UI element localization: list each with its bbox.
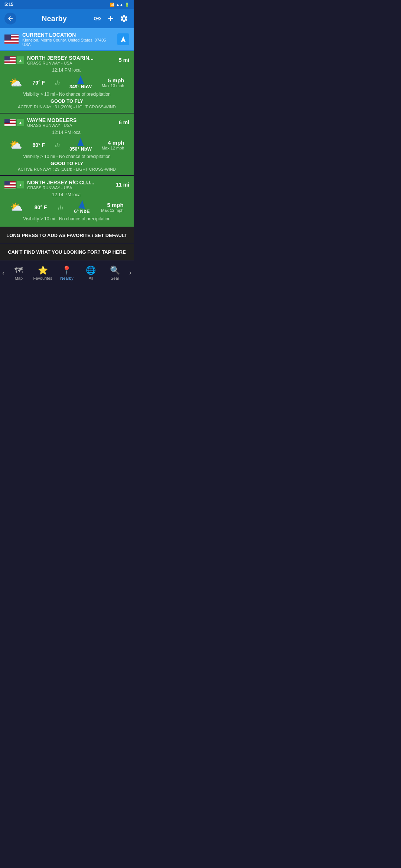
- site-2-distance: 6 mi: [119, 119, 129, 125]
- site-2-wind-speed: 4 mph: [102, 139, 124, 146]
- nav-map-label: Map: [15, 276, 23, 280]
- site-2-wind-max: Max 12 mph: [102, 146, 124, 150]
- site-2-runway: ACTIVE RUNWAY : 29 (101ft) - LIGHT CROSS…: [4, 167, 129, 171]
- site-card-2[interactable]: ▲ WAYNE MODELERS GRASS RUNWAY - USA 6 mi…: [0, 114, 134, 176]
- site-2-flag-us: [4, 119, 16, 126]
- site-1-info: NORTH JERSEY SOARIN... GRASS RUNWAY - US…: [27, 55, 116, 65]
- site-3-distance: 11 mi: [116, 182, 129, 188]
- site-3-turbulence: [58, 205, 63, 210]
- site-1-name: NORTH JERSEY SOARIN...: [27, 55, 116, 61]
- nav-search-label: Sear: [111, 276, 119, 280]
- site-card-1[interactable]: ▲ NORTH JERSEY SOARIN... GRASS RUNWAY - …: [0, 51, 134, 114]
- site-1-weather-icon: ⛅: [9, 76, 22, 89]
- site-3-weather: ⛅ 80° F 6° NbE 5 mph Max 12 mph: [4, 200, 129, 214]
- favourites-icon: ⭐: [38, 266, 48, 275]
- site-3-runway-icon: ▲: [17, 181, 24, 188]
- nav-prev-arrow[interactable]: ‹: [0, 260, 7, 285]
- nav-all-label: All: [89, 276, 93, 280]
- site-1-time: 12:14 PM local: [4, 68, 129, 73]
- nav-all[interactable]: 🌐 All: [79, 260, 103, 285]
- site-3-wind-direction: 6° NbE: [74, 200, 90, 214]
- all-icon: 🌐: [86, 266, 96, 275]
- site-1-subtitle: GRASS RUNWAY - USA: [27, 61, 116, 65]
- favorite-button[interactable]: LONG PRESS TO ADD AS FAVORITE / SET DEFA…: [0, 227, 134, 243]
- location-title: CURRENT LOCATION: [22, 32, 114, 38]
- action-buttons: LONG PRESS TO ADD AS FAVORITE / SET DEFA…: [0, 227, 134, 260]
- site-2-turbulence: [55, 143, 59, 147]
- battery-icon: 🔋: [125, 3, 129, 7]
- header-actions: [92, 13, 129, 24]
- site-1-runway-icon: ▲: [17, 56, 24, 64]
- page-title: Nearby: [19, 14, 89, 23]
- site-1-temp: 79° F: [32, 80, 45, 86]
- site-1-wind-deg: 349° NbW: [69, 84, 92, 89]
- site-3-wind-speed: 5 mph: [101, 202, 124, 208]
- nav-next-arrow[interactable]: ›: [127, 260, 134, 285]
- location-info: CURRENT LOCATION Kinnelon, Morris County…: [22, 32, 114, 47]
- site-2-visibility: Visibility > 10 mi - No chance of precip…: [4, 154, 129, 159]
- site-3-name: NORTH JERSEY R/C CLU...: [27, 180, 113, 185]
- link-button[interactable]: [92, 13, 102, 24]
- site-1-flag-us: [4, 56, 16, 64]
- site-1-runway: ACTIVE RUNWAY : 31 (200ft) - LIGHT CROSS…: [4, 105, 129, 109]
- site-3-info: NORTH JERSEY R/C CLU... GRASS RUNWAY - U…: [27, 180, 113, 190]
- site-1-header: ▲ NORTH JERSEY SOARIN... GRASS RUNWAY - …: [4, 55, 129, 65]
- signal-icon: ▲▲: [116, 3, 123, 7]
- site-1-status: GOOD TO FLY: [4, 98, 129, 104]
- site-2-header: ▲ WAYNE MODELERS GRASS RUNWAY - USA 6 mi: [4, 117, 129, 128]
- nearby-icon: 📍: [62, 266, 72, 275]
- site-1-weather: ⛅ 79° F 349° NbW 5 mph Max 13 mph: [4, 76, 129, 89]
- back-button[interactable]: [4, 13, 16, 24]
- site-3-wind-deg: 6° NbE: [74, 208, 90, 214]
- site-2-wind-deg: 350° NbW: [69, 146, 92, 152]
- site-2-status: GOOD TO FLY: [4, 161, 129, 166]
- add-button[interactable]: [105, 13, 116, 24]
- site-3-flag-us: [4, 181, 16, 188]
- site-3-flags: ▲: [4, 181, 24, 188]
- site-3-time: 12:14 PM local: [4, 192, 129, 197]
- status-bar: 5:15 📶 ▲▲ 🔋: [0, 0, 134, 9]
- site-1-wind-speed-col: 5 mph Max 13 mph: [102, 77, 124, 88]
- site-2-name: WAYNE MODELERS: [27, 117, 116, 123]
- nav-search[interactable]: 🔍 Sear: [103, 260, 127, 285]
- site-2-wind-direction: 350° NbW: [69, 138, 92, 152]
- nav-map[interactable]: 🗺 Map: [7, 260, 31, 285]
- site-1-wind-direction: 349° NbW: [69, 76, 92, 89]
- site-2-weather-icon: ⛅: [9, 139, 22, 151]
- site-2-info: WAYNE MODELERS GRASS RUNWAY - USA: [27, 117, 116, 128]
- current-location[interactable]: CURRENT LOCATION Kinnelon, Morris County…: [0, 28, 134, 51]
- site-2-weather: ⛅ 80° F 350° NbW 4 mph Max 12 mph: [4, 138, 129, 152]
- usa-flag: [4, 34, 19, 44]
- site-2-temp: 80° F: [32, 142, 45, 148]
- site-card-3[interactable]: ▲ NORTH JERSEY R/C CLU... GRASS RUNWAY -…: [0, 176, 134, 227]
- location-country: USA: [22, 42, 114, 47]
- nav-favourites-label: Favourites: [33, 276, 52, 280]
- header: Nearby: [0, 9, 134, 28]
- status-time: 5:15: [4, 2, 13, 7]
- map-icon: 🗺: [14, 266, 23, 275]
- nav-nearby[interactable]: 📍 Nearby: [55, 260, 79, 285]
- site-3-visibility: Visibility > 10 mi - No chance of precip…: [4, 216, 129, 221]
- site-3-wind-speed-col: 5 mph Max 12 mph: [101, 202, 124, 213]
- site-1-wind-max: Max 13 mph: [102, 83, 124, 88]
- nav-favourites[interactable]: ⭐ Favourites: [31, 260, 55, 285]
- navigate-icon: [117, 33, 129, 45]
- site-1-visibility: Visibility > 10 mi - No chance of precip…: [4, 92, 129, 97]
- cant-find-button[interactable]: CAN'T FIND WHAT YOU LOOKING FOR? TAP HER…: [0, 244, 134, 260]
- site-2-runway-icon: ▲: [17, 119, 24, 126]
- site-1-turbulence: [55, 80, 59, 85]
- site-1-wind-speed: 5 mph: [102, 77, 124, 83]
- site-2-subtitle: GRASS RUNWAY - USA: [27, 123, 116, 128]
- site-3-subtitle: GRASS RUNWAY - USA: [27, 185, 113, 190]
- status-icons: 📶 ▲▲ 🔋: [110, 3, 129, 7]
- location-address: Kinnelon, Morris County, United States, …: [22, 38, 114, 42]
- bottom-nav: ‹ 🗺 Map ⭐ Favourites 📍 Nearby 🌐 All 🔍 Se…: [0, 260, 134, 285]
- nav-nearby-label: Nearby: [60, 276, 73, 280]
- site-2-flags: ▲: [4, 119, 24, 126]
- settings-button[interactable]: [119, 13, 129, 24]
- wifi-icon: 📶: [110, 3, 114, 7]
- site-2-wind-speed-col: 4 mph Max 12 mph: [102, 139, 124, 150]
- site-1-distance: 5 mi: [119, 57, 129, 63]
- search-icon: 🔍: [110, 266, 120, 275]
- site-2-time: 12:14 PM local: [4, 130, 129, 135]
